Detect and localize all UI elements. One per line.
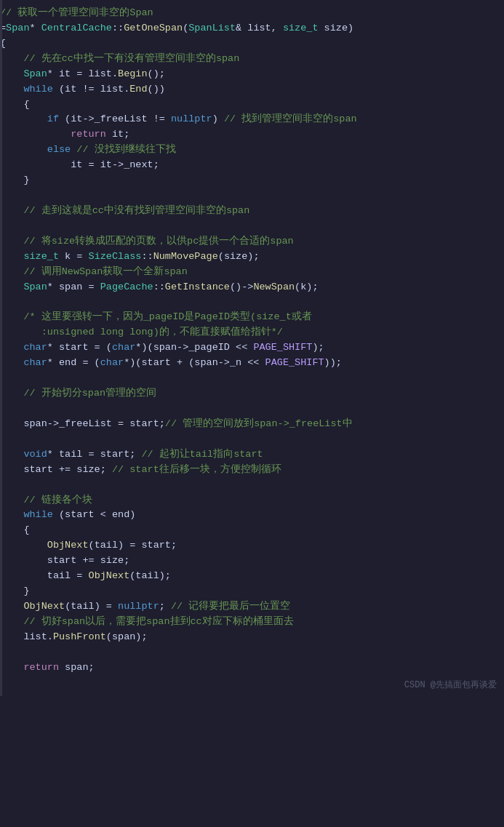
table-row: { [0,97,504,113]
code-token: * start = ( [47,342,112,353]
table-row: =Span* CentralCache::GetOneSpan(SpanList… [0,21,504,36]
table-row: if (it->_freeList != nullptr) // 找到管理空间非… [0,112,504,127]
code-token: ObjNext [47,540,89,551]
code-token: if [47,113,59,124]
code-token [0,449,23,460]
table-row: /* 这里要强转一下，因为_pageID是PageID类型(size_t或者 [0,310,504,325]
code-token: :: [141,251,153,262]
table-row [0,219,504,234]
table-row: Span* span = PageCache::GetInstance()->N… [0,280,504,295]
code-token: // 起初让tail指向start [141,449,263,460]
code-line-content: { [0,523,498,538]
code-token: NewSpan [253,281,295,292]
code-token: :: [112,23,124,33]
code-token [0,84,23,95]
code-lines: // 获取一个管理空间非空的Span=Span* CentralCache::G… [0,6,504,690]
table-row: Span* it = list.Begin(); [0,67,504,82]
code-token: PushFront [53,631,106,642]
code-token: Span [23,68,47,79]
code-line-content: if (it->_freeList != nullptr) // 找到管理空间非… [0,112,498,127]
code-token: k = [59,251,89,262]
code-token: list. [0,631,53,642]
code-line-content: =Span* CentralCache::GetOneSpan(SpanList… [0,21,498,36]
code-token: } [0,175,30,185]
code-line-content: return it; [0,127,498,143]
code-token: :unsigned long long)的，不能直接赋值给指针*/ [23,327,283,337]
code-token [0,342,23,353]
code-line-content: // 先在cc中找一下有没有管理空间非空的span [0,52,498,67]
code-line-content: // 链接各个块 [0,493,498,508]
code-token: End [129,84,147,95]
code-token: it = it->_next; [0,159,159,170]
table-row [0,432,504,447]
table-row: start += size; [0,554,504,569]
code-line-content [0,219,498,234]
code-line-content: // 开始切分span管理的空间 [0,386,498,401]
code-token: tail = [0,570,89,581]
code-token: it; [106,129,129,140]
code-token: * end = ( [47,357,100,368]
code-token: char [100,357,124,368]
code-token: (it != list. [53,84,129,95]
code-line-content [0,295,498,311]
code-token: // 没找到继续往下找 [76,144,175,155]
code-token [0,113,47,124]
code-token: start += size; [0,464,112,475]
code-token: { [0,99,30,110]
code-token [0,540,47,551]
code-token: (tail); [129,570,171,581]
code-token: (start < end) [53,509,135,520]
code-token: char [23,357,47,368]
code-token: ; [159,601,171,612]
code-line-content: span->_freeList = start;// 管理的空间放到span->… [0,417,498,432]
table-row: // 先在cc中找一下有没有管理空间非空的span [0,52,504,67]
code-token: NumMovePage [153,251,218,262]
code-token: // 将size转换成匹配的页数，以供pc提供一个合适的span [23,236,293,247]
table-row: // 开始切分span管理的空间 [0,386,504,401]
code-token: nullptr [171,113,212,124]
code-token: ()) [148,84,165,95]
code-token: // 管理的空间放到span->_freeList中 [165,418,353,429]
table-row: // 走到这就是cc中没有找到管理空间非空的span [0,204,504,219]
table-row [0,401,504,417]
code-token [0,495,23,506]
code-token: SizeClass [89,251,142,262]
code-token: while [23,84,53,95]
code-token [0,144,47,155]
code-token [0,129,71,140]
code-token: } [0,586,30,596]
code-token: ) [212,113,224,124]
table-row: start += size; // start往后移一块，方便控制循环 [0,463,504,478]
code-token [0,357,23,368]
table-row: it = it->_next; [0,158,504,173]
code-line-content: } [0,584,498,599]
code-line-content: // 将size转换成匹配的页数，以供pc提供一个合适的span [0,234,498,249]
code-token: (span); [106,631,148,642]
code-token: return [71,129,106,140]
code-token [0,251,23,262]
table-row: list.PushFront(span); [0,630,504,645]
code-token: (it->_freeList != [59,113,171,124]
code-token [0,281,23,292]
code-token: char [112,342,135,353]
code-line-content: tail = ObjNext(tail); [0,569,498,584]
code-block: // 获取一个管理空间非空的Span=Span* CentralCache::G… [0,0,504,696]
code-token: size_t [283,23,319,33]
code-token: // start往后移一块，方便控制循环 [112,464,281,475]
code-token [0,509,23,520]
code-line-content: while (start < end) [0,508,498,523]
table-row: return span; [0,660,504,676]
code-token: *)(span->_pageID << [135,342,253,353]
code-token: // 调用NewSpan获取一个全新span [23,266,187,277]
table-row: // 获取一个管理空间非空的Span [0,6,504,21]
code-line-content [0,645,498,660]
code-token: ()-> [230,281,253,292]
table-row: tail = ObjNext(tail); [0,569,504,584]
table-row: // 调用NewSpan获取一个全新span [0,265,504,280]
code-line-content: // 调用NewSpan获取一个全新span [0,265,498,280]
code-line-content: char* start = (char*)(span->_pageID << P… [0,340,498,356]
table-row [0,371,504,386]
table-row [0,645,504,660]
table-row: // 链接各个块 [0,493,504,508]
code-token: // 链接各个块 [23,495,92,506]
